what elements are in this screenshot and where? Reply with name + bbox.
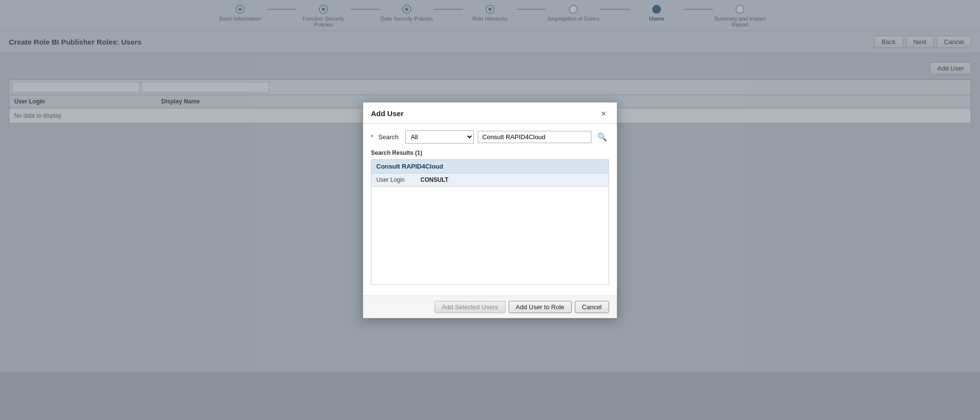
modal-overlay: Add User × * Search All User Login Displ… xyxy=(0,0,980,420)
search-row: * Search All User Login Display Name 🔍 xyxy=(371,130,609,144)
results-table: Consult RAPID4Cloud User Login CONSULT xyxy=(371,159,609,285)
result-col-label: User Login xyxy=(376,176,416,183)
search-button[interactable]: 🔍 xyxy=(595,131,609,143)
modal-title: Add User xyxy=(371,109,404,118)
add-selected-users-button[interactable]: Add Selected Users xyxy=(435,301,506,313)
result-col-value: CONSULT xyxy=(420,176,448,183)
result-group-header: Consult RAPID4Cloud xyxy=(371,160,609,173)
results-empty-area xyxy=(371,186,609,284)
search-text-input[interactable] xyxy=(478,131,591,143)
search-dropdown[interactable]: All User Login Display Name xyxy=(405,130,474,144)
search-results-label: Search Results (1) xyxy=(371,149,609,156)
modal-cancel-button[interactable]: Cancel xyxy=(575,301,609,313)
modal-header: Add User × xyxy=(363,102,617,124)
modal-footer: Add Selected Users Add User to Role Canc… xyxy=(363,296,617,318)
add-user-modal: Add User × * Search All User Login Displ… xyxy=(363,102,617,319)
search-label-text: Search xyxy=(378,133,398,141)
modal-close-button[interactable]: × xyxy=(598,108,609,119)
add-user-to-role-button[interactable]: Add User to Role xyxy=(509,301,572,313)
search-required-star: * xyxy=(371,133,373,141)
result-row[interactable]: User Login CONSULT xyxy=(371,173,609,186)
modal-body: * Search All User Login Display Name 🔍 S… xyxy=(363,124,617,296)
